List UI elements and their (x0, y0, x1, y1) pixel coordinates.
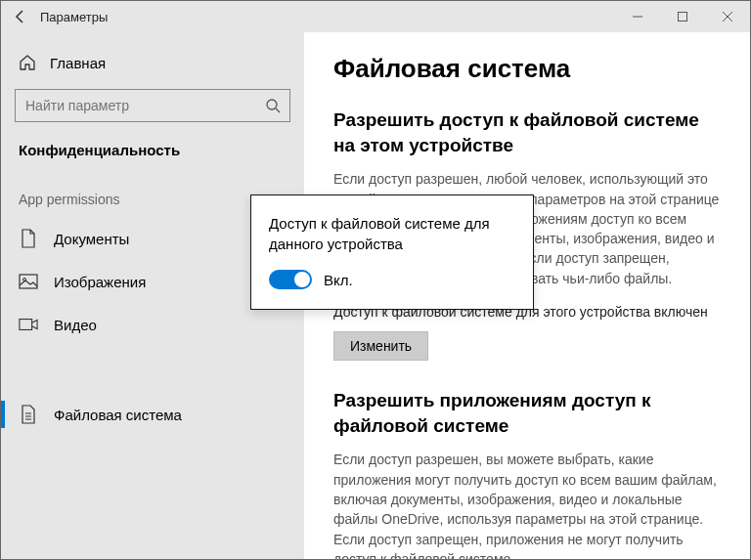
search-input[interactable] (16, 98, 256, 113)
sidebar-item-label: Изображения (54, 274, 146, 290)
sidebar-item-label: Файловая система (54, 407, 182, 423)
sidebar-item-filesystem[interactable]: Файловая система (1, 393, 304, 436)
sidebar-home[interactable]: Главная (1, 44, 304, 81)
back-button[interactable] (1, 1, 40, 32)
filesystem-icon (19, 405, 38, 424)
sidebar-home-label: Главная (50, 55, 106, 71)
minimize-button[interactable] (615, 1, 660, 32)
search-box[interactable] (15, 89, 290, 122)
access-popup: Доступ к файловой системе для данного ус… (250, 194, 534, 310)
access-toggle[interactable] (269, 270, 312, 289)
home-icon (19, 54, 36, 71)
svg-rect-6 (20, 275, 37, 288)
sidebar-item-label: Документы (54, 231, 129, 247)
image-icon (19, 272, 38, 291)
section2-heading: Разрешить приложениям доступ к файловой … (333, 388, 721, 438)
svg-rect-1 (679, 13, 687, 22)
maximize-button[interactable] (660, 1, 705, 32)
change-button[interactable]: Изменить (333, 331, 428, 361)
svg-point-4 (267, 100, 277, 109)
svg-rect-8 (20, 320, 32, 330)
toggle-knob (294, 272, 310, 287)
section2-body: Если доступ разрешен, вы можете выбрать,… (333, 450, 721, 559)
sidebar-item-label: Видео (54, 317, 97, 333)
section1-heading: Разрешить доступ к файловой системе на э… (333, 108, 721, 157)
toggle-state-label: Вкл. (324, 272, 353, 288)
popup-title: Доступ к файловой системе для данного ус… (269, 213, 515, 254)
video-icon (19, 315, 38, 334)
sidebar-category: Конфиденциальность (1, 126, 304, 166)
close-button[interactable] (705, 1, 750, 32)
window-title: Параметры (40, 10, 108, 24)
search-icon (256, 98, 289, 113)
page-title: Файловая система (333, 54, 721, 84)
document-icon (19, 229, 38, 248)
svg-line-5 (276, 108, 280, 112)
